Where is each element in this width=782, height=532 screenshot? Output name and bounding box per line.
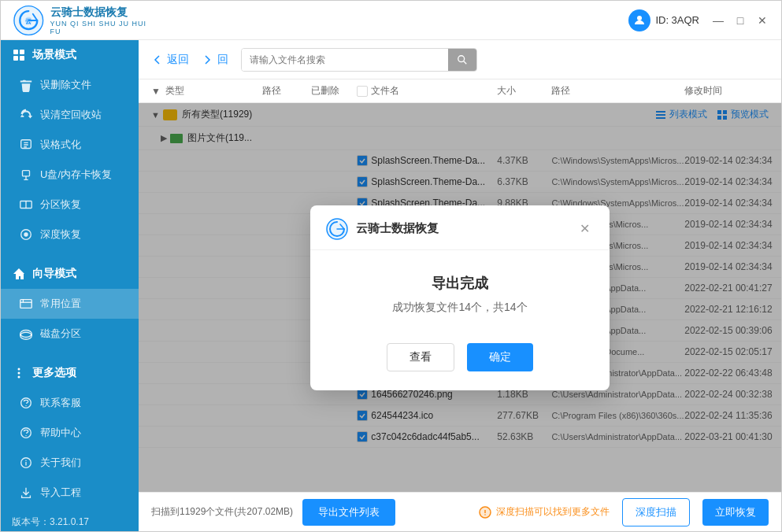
maximize-button[interactable]: □ bbox=[734, 14, 747, 27]
svg-point-30 bbox=[25, 460, 26, 461]
col-size-header: 大小 bbox=[497, 84, 551, 98]
export-button[interactable]: 导出文件列表 bbox=[302, 499, 395, 526]
sidebar-item-service-label: 联系客服 bbox=[40, 396, 81, 410]
sidebar-item-disk[interactable]: 磁盘分区 bbox=[1, 319, 139, 349]
svg-point-27 bbox=[25, 435, 26, 436]
logo-sub-text: YUN QI SHI SHU JU HUI FU bbox=[50, 20, 151, 35]
section2-label: 向导模式 bbox=[32, 267, 76, 281]
svg-rect-9 bbox=[23, 171, 30, 176]
svg-rect-6 bbox=[13, 56, 18, 61]
about-icon bbox=[18, 455, 34, 471]
recover-button[interactable]: 立即恢复 bbox=[702, 499, 769, 526]
sidebar-item-common-label: 常用位置 bbox=[40, 297, 81, 311]
svg-point-24 bbox=[21, 398, 32, 408]
warning-text: 深度扫描可以找到更多文件 bbox=[496, 505, 610, 519]
logo-main-text: 云骑士数据恢复 bbox=[50, 6, 151, 20]
sidebar-item-misdelete[interactable]: 误删除文件 bbox=[1, 70, 139, 100]
location-icon bbox=[18, 296, 34, 312]
svg-text:云: 云 bbox=[25, 17, 32, 24]
modal-dialog: 云骑士数据恢复 ✕ 导出完成 成功恢复文件14个，共14个 查看 确定 bbox=[310, 205, 610, 390]
back-label: 返回 bbox=[167, 53, 189, 67]
svg-point-3 bbox=[637, 16, 642, 20]
sidebar-item-about-label: 关于我们 bbox=[40, 456, 81, 470]
sidebar-section-wizard: 向导模式 bbox=[1, 259, 139, 289]
forward-button[interactable]: 回 bbox=[202, 53, 228, 67]
svg-point-25 bbox=[25, 405, 26, 406]
svg-point-46 bbox=[484, 514, 486, 515]
col-path2-header: 路径 bbox=[551, 84, 684, 98]
app-id: ID: 3AQR bbox=[628, 9, 699, 31]
file-list-body: ▼ 所有类型(11929) ▶ bbox=[139, 103, 781, 492]
forward-label: 回 bbox=[217, 53, 228, 67]
modal-footer: 查看 确定 bbox=[310, 331, 610, 390]
col-deleted-header: 已删除 bbox=[311, 84, 354, 98]
sidebar-item-partition-label: 分区恢复 bbox=[40, 198, 81, 212]
modal-sub-text: 成功恢复文件14个，共14个 bbox=[326, 301, 594, 315]
sidebar-section-more: 更多选项 bbox=[1, 358, 139, 388]
toolbar: 返回 回 bbox=[139, 40, 781, 79]
col-type-header: 类型 bbox=[165, 84, 184, 98]
sidebar-item-usb[interactable]: U盘/内存卡恢复 bbox=[1, 160, 139, 190]
svg-rect-4 bbox=[13, 50, 18, 54]
format-icon bbox=[18, 137, 34, 153]
help-icon bbox=[18, 425, 34, 441]
usb-icon bbox=[18, 167, 34, 183]
sidebar-item-about[interactable]: 关于我们 bbox=[1, 448, 139, 478]
back-button[interactable]: 返回 bbox=[151, 53, 189, 67]
search-button[interactable] bbox=[448, 48, 476, 72]
sidebar-item-common-location[interactable]: 常用位置 bbox=[1, 289, 139, 319]
svg-point-21 bbox=[18, 368, 20, 371]
warning-icon bbox=[479, 506, 491, 519]
service-icon bbox=[18, 395, 34, 411]
import-icon bbox=[18, 485, 34, 501]
delete-icon bbox=[18, 77, 34, 93]
sidebar-item-deep[interactable]: 深度恢复 bbox=[1, 220, 139, 249]
sidebar-item-help-label: 帮助中心 bbox=[40, 426, 81, 440]
col-filename-header: 文件名 bbox=[371, 84, 497, 98]
svg-rect-14 bbox=[20, 300, 32, 308]
modal-header: 云骑士数据恢复 ✕ bbox=[310, 205, 610, 250]
title-bar: 云 云骑士数据恢复 YUN QI SHI SHU JU HUI FU ID: 3… bbox=[1, 1, 781, 40]
logo-icon: 云 bbox=[13, 4, 44, 37]
svg-point-26 bbox=[21, 428, 32, 438]
svg-line-32 bbox=[464, 61, 467, 64]
modal-title: 云骑士数据恢复 bbox=[356, 221, 567, 236]
id-icon bbox=[628, 9, 650, 31]
svg-point-31 bbox=[458, 55, 465, 61]
svg-point-23 bbox=[18, 376, 20, 379]
sidebar-item-format-label: 误格式化 bbox=[40, 138, 81, 152]
id-text: ID: 3AQR bbox=[655, 14, 699, 26]
modal-main-text: 导出完成 bbox=[326, 274, 594, 293]
window-controls: — □ ✕ bbox=[712, 14, 769, 27]
deep-scan-button[interactable]: 深度扫描 bbox=[622, 498, 690, 526]
sidebar-item-format[interactable]: 误格式化 bbox=[1, 130, 139, 160]
sidebar-item-deep-label: 深度恢复 bbox=[40, 227, 81, 242]
svg-point-13 bbox=[24, 232, 28, 236]
sidebar-item-service[interactable]: 联系客服 bbox=[1, 388, 139, 418]
sidebar-item-partition[interactable]: 分区恢复 bbox=[1, 190, 139, 220]
modal-overlay: 云骑士数据恢复 ✕ 导出完成 成功恢复文件14个，共14个 查看 确定 bbox=[139, 103, 781, 492]
sidebar-item-usb-label: U盘/内存卡恢复 bbox=[40, 168, 112, 182]
sidebar-item-import[interactable]: 导入工程 bbox=[1, 478, 139, 508]
section3-label: 更多选项 bbox=[32, 366, 76, 380]
sidebar-item-help[interactable]: 帮助中心 bbox=[1, 418, 139, 448]
sidebar-item-import-label: 导入工程 bbox=[40, 486, 81, 500]
close-button[interactable]: ✕ bbox=[756, 14, 769, 27]
modal-ok-button[interactable]: 确定 bbox=[467, 343, 533, 371]
partition-icon bbox=[18, 197, 34, 212]
sidebar: 场景模式 误删除文件 误清空回收站 误格式化 bbox=[1, 40, 139, 531]
warning-area: 深度扫描可以找到更多文件 bbox=[479, 505, 610, 519]
sidebar-item-disk-label: 磁盘分区 bbox=[40, 327, 81, 341]
sidebar-item-recycle-label: 误清空回收站 bbox=[40, 108, 102, 122]
search-input[interactable] bbox=[242, 49, 448, 71]
version-info: 版本号：3.21.0.17 bbox=[1, 508, 139, 531]
sidebar-section-scene: 场景模式 bbox=[1, 40, 139, 70]
minimize-button[interactable]: — bbox=[712, 14, 725, 27]
modal-view-button[interactable]: 查看 bbox=[387, 343, 454, 371]
sidebar-item-recycle[interactable]: 误清空回收站 bbox=[1, 100, 139, 130]
svg-point-22 bbox=[18, 372, 20, 375]
scan-info-text: 扫描到11929个文件(共207.02MB) bbox=[151, 505, 293, 519]
col-path-header: 路径 bbox=[262, 84, 310, 98]
modal-close-button[interactable]: ✕ bbox=[575, 220, 594, 238]
status-bar: 扫描到11929个文件(共207.02MB) 导出文件列表 深度扫描可以找到更多… bbox=[139, 492, 781, 531]
